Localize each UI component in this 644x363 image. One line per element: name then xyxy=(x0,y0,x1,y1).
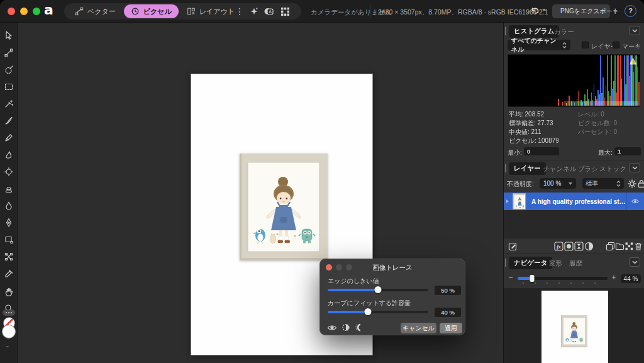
cancel-button[interactable]: キャンセル xyxy=(401,323,436,333)
layers-panel-menu-button[interactable] xyxy=(629,163,640,172)
tab-navigator[interactable]: ナビゲータ xyxy=(509,257,552,269)
split-preview-icon[interactable] xyxy=(341,323,350,332)
blend-mode-select[interactable]: 標準 xyxy=(582,178,624,189)
pattern-layer-button[interactable] xyxy=(625,242,634,251)
edge-threshold-slider[interactable] xyxy=(328,289,428,291)
close-window-button[interactable] xyxy=(8,8,15,15)
pan-tool-button[interactable] xyxy=(1,284,16,299)
layers-list-empty-area[interactable] xyxy=(504,210,644,238)
duplicate-layer-button[interactable] xyxy=(606,242,615,251)
tab-layout-persona[interactable]: レイアウト xyxy=(180,4,242,18)
adjustment-layer-button[interactable] xyxy=(574,242,584,251)
layer-expand-icon[interactable] xyxy=(506,199,509,203)
stat-level: レベル: 0 xyxy=(578,110,617,119)
dodge-burn-tool-button[interactable] xyxy=(1,164,16,179)
export-png-button[interactable]: PNGをエクスポート xyxy=(552,4,610,18)
layer-thumbnail-image xyxy=(513,194,526,209)
tab-brushes[interactable]: ブラシ xyxy=(578,165,598,174)
blur-tool-button[interactable] xyxy=(1,198,16,213)
channel-select[interactable]: すべてのチャンネル xyxy=(508,40,570,50)
histogram-panel-menu-button[interactable] xyxy=(629,26,640,35)
preview-mode-group xyxy=(327,323,364,332)
tab-channels[interactable]: チャンネル xyxy=(543,165,577,174)
layer-checkbox[interactable] xyxy=(582,42,589,48)
paint-brush-tool-button[interactable] xyxy=(1,113,16,128)
snapping-toggle-button[interactable]: A xyxy=(264,6,275,17)
mesh-warp-tool-button[interactable] xyxy=(1,249,16,264)
fill-color-well[interactable] xyxy=(2,325,16,338)
navigator-panel-menu-button[interactable] xyxy=(629,257,640,267)
layer-visibility-toggle[interactable] xyxy=(626,198,644,204)
tab-transform[interactable]: 変形 xyxy=(549,259,562,268)
panel-grip[interactable] xyxy=(505,259,506,267)
minimize-window-button[interactable] xyxy=(20,8,28,15)
history-dropdown-button[interactable] xyxy=(530,5,546,15)
panel-grip[interactable] xyxy=(505,27,506,35)
edit-adjustment-button[interactable] xyxy=(508,242,517,251)
export-options-caret-icon[interactable] xyxy=(613,10,617,13)
zoom-in-button[interactable]: + xyxy=(609,274,618,282)
placed-image-artwork[interactable] xyxy=(240,154,328,260)
apply-button[interactable]: 適用 xyxy=(440,323,462,333)
selection-brush-tool-button[interactable] xyxy=(1,62,16,77)
layer-row[interactable]: A high quality professional stock phot..… xyxy=(504,193,644,210)
more-tools-button[interactable] xyxy=(3,310,15,316)
layer-settings-gear-icon[interactable] xyxy=(628,179,636,188)
edge-threshold-value[interactable]: 50 % xyxy=(435,286,461,295)
marquee-tool-button[interactable] xyxy=(1,79,16,94)
navigator-zoom-slider[interactable] xyxy=(518,277,608,280)
opacity-label: 不透明度: xyxy=(507,180,534,189)
half-preview-icon[interactable] xyxy=(355,323,364,332)
history-caret-icon xyxy=(542,9,546,11)
mask-layer-button[interactable] xyxy=(564,242,574,251)
smudge-tool-button[interactable] xyxy=(1,147,16,162)
live-filter-button[interactable] xyxy=(584,242,594,251)
opacity-select[interactable]: 100 % xyxy=(540,178,576,189)
pixel-pencil-tool-button[interactable] xyxy=(1,130,16,145)
marquee-checkbox[interactable] xyxy=(613,42,619,48)
color-well-chevron-icon[interactable]: ⌄ xyxy=(5,342,10,349)
node-tool-button[interactable] xyxy=(1,45,16,60)
pen-tool-button[interactable] xyxy=(1,215,16,230)
rectangle-tool-button[interactable] xyxy=(1,232,16,247)
canvas-area[interactable]: 画像トレース エッジのしきい値 50 % カーブにフィットする許容量 40 % … xyxy=(18,23,503,363)
layer-thumbnail[interactable] xyxy=(513,193,526,209)
tab-layers[interactable]: レイヤー xyxy=(509,162,546,175)
curve-fit-tolerance-knob[interactable] xyxy=(365,308,372,315)
color-picker-tool-button[interactable] xyxy=(1,266,16,281)
clone-stamp-tool-button[interactable] xyxy=(1,181,16,196)
navigator-zoom-knob[interactable] xyxy=(530,275,534,282)
min-input[interactable]: 0 xyxy=(524,147,559,155)
layer-effects-button[interactable]: fx xyxy=(554,242,564,251)
edge-threshold-knob[interactable] xyxy=(375,286,382,293)
max-input[interactable]: 1 xyxy=(614,147,641,155)
pan-hand-tool-icon xyxy=(4,287,14,297)
pixel-persona-icon xyxy=(131,7,140,16)
opacity-caret-icon xyxy=(569,182,572,185)
layer-name[interactable]: A high quality professional stock phot..… xyxy=(531,198,626,205)
tab-color[interactable]: カラー xyxy=(554,28,574,36)
tab-pixel-persona[interactable]: ピクセル xyxy=(124,4,179,18)
dot-icon xyxy=(11,312,12,313)
layer-lock-icon[interactable] xyxy=(638,179,644,188)
zoom-percentage-field[interactable]: 44 % xyxy=(621,274,641,283)
grid-view-button[interactable] xyxy=(280,7,290,16)
move-tool-button[interactable] xyxy=(1,28,16,43)
panel-grip[interactable] xyxy=(505,164,506,172)
delete-layer-button[interactable] xyxy=(633,242,643,251)
curve-fit-tolerance-slider[interactable] xyxy=(328,311,428,313)
select-stepper-icon xyxy=(616,181,621,187)
help-button[interactable]: ? xyxy=(625,5,636,17)
tab-history[interactable]: 履歴 xyxy=(569,259,582,268)
zoom-window-button[interactable] xyxy=(33,8,40,15)
flood-select-tool-button[interactable] xyxy=(1,96,16,111)
tab-vector-persona[interactable]: ベクター xyxy=(68,4,123,18)
persona-overflow-menu-icon[interactable]: ⋮ xyxy=(234,4,245,19)
navigator-preview[interactable] xyxy=(504,288,644,363)
zoom-out-button[interactable]: − xyxy=(506,274,515,282)
export-png-label: PNGをエクスポート xyxy=(560,7,619,16)
group-layers-button[interactable] xyxy=(615,242,625,251)
preview-eye-icon[interactable] xyxy=(327,324,337,332)
tab-stock[interactable]: ストック xyxy=(599,165,626,174)
curve-fit-tolerance-value[interactable]: 40 % xyxy=(435,308,461,317)
